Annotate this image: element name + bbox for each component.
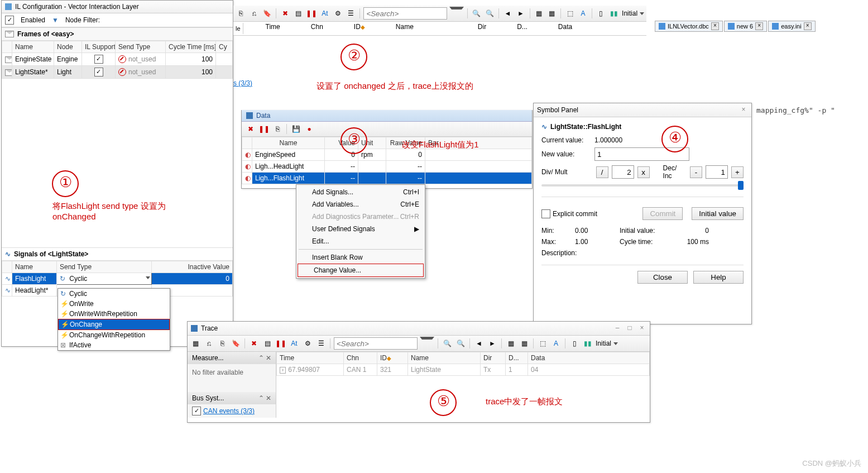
layout-icon[interactable]: ▯ [596,8,606,19]
canevents-checkbox[interactable] [192,407,201,415]
filter-icon[interactable]: ▤ [262,338,273,349]
file-tab[interactable]: new 6× [724,21,767,32]
col-d[interactable]: D... [517,23,527,34]
dropdown-icon[interactable] [640,12,644,15]
sendtype-option[interactable]: ⚡OnChangeWithRepetition [58,330,170,340]
col-sendtype[interactable]: Send Type [57,261,152,273]
tb-icon[interactable]: ☰ [315,338,327,349]
close-icon[interactable]: × [739,106,748,114]
table-row[interactable]: ◐Ligh...HeadLight---- [242,161,532,173]
find-prev-icon[interactable]: 🔍 [455,338,466,349]
delete-icon[interactable]: ✖ [248,338,260,349]
table-row[interactable]: ◐Ligh...FlashLight---- [242,173,532,184]
col-data[interactable]: Data [558,23,572,34]
mult-button[interactable]: x [637,166,650,178]
copy-icon[interactable]: ⎘ [272,123,283,135]
toggle-icon[interactable]: At [319,8,330,19]
tb-icon[interactable]: ☰ [346,8,356,19]
initial-label[interactable]: Initial [596,340,611,347]
toggle-icon[interactable]: At [289,338,300,349]
col-d[interactable]: D... [506,352,528,364]
tb-icon[interactable]: ⎌ [248,8,259,19]
events-link[interactable]: s (3/3) [233,79,252,87]
col-chn[interactable]: Chn [311,23,323,34]
enabled-checkbox[interactable] [5,16,14,25]
ctx-insert-blank[interactable]: Insert Blank Row [296,251,425,264]
pause-icon[interactable]: ❚❚ [258,123,270,135]
sendtype-option[interactable]: ⚡OnWriteWithRepetition [58,309,170,319]
bookmark-icon[interactable]: 🔖 [262,8,272,19]
tb-icon[interactable]: ▦ [190,338,201,349]
font-icon[interactable]: A [578,8,588,19]
col-time[interactable]: Time [266,23,280,34]
col-name[interactable]: Name [12,41,54,53]
tb-icon[interactable]: ⬚ [564,8,575,19]
tb-icon[interactable]: ⎘ [236,8,246,19]
decinc-input[interactable] [706,165,728,179]
table-row[interactable]: +67.949807 CAN 1 321 LightState Tx 1 04 [277,364,650,376]
col-name[interactable]: Name [252,137,325,149]
col-id[interactable]: ID [380,354,387,362]
tb-icon[interactable]: ⚙ [302,338,313,349]
slider[interactable] [541,184,744,187]
sendtype-option[interactable]: ⚡OnWrite [58,299,170,309]
font-icon[interactable]: A [550,338,562,349]
pause-icon[interactable]: ❚❚ [306,8,317,19]
tb-icon[interactable]: ► [515,8,526,19]
tb-icon[interactable]: ► [487,338,498,349]
close-icon[interactable]: × [755,22,763,30]
layout-icon[interactable]: ▯ [569,338,580,349]
bussys-header[interactable]: Bus Syst...⌃ ✕ [188,392,276,404]
close-button[interactable]: Close [637,271,688,284]
tb-icon[interactable]: ▦ [534,8,544,19]
help-button[interactable]: Help [693,271,744,284]
close-icon[interactable]: × [804,22,812,30]
inc-button[interactable]: + [731,166,744,178]
search-input[interactable] [334,337,418,350]
tb-icon[interactable]: ▦ [505,338,516,349]
table-row[interactable]: ∿ FlashLight ↻ Cyclic 0 [2,273,233,285]
close-icon[interactable]: × [711,22,719,30]
tb-icon[interactable]: ⎌ [203,338,214,349]
expand-icon[interactable]: + [280,367,286,374]
div-button[interactable]: / [596,166,608,178]
table-row[interactable]: EngineState Engine not_used 100 [2,53,233,66]
funnel-icon[interactable]: ▼ [52,16,59,24]
initialvalue-button[interactable]: Initial value [692,207,744,220]
dropdown-icon[interactable] [146,276,150,279]
col-name[interactable]: Name [396,23,414,34]
minimize-icon[interactable]: – [613,324,622,333]
layout-icon[interactable]: ▮▮ [609,8,620,19]
search-dropdown[interactable] [420,337,434,350]
col-name[interactable]: Name [408,352,481,364]
col-dir[interactable]: Dir [478,23,486,34]
find-icon[interactable]: 🔍 [442,338,453,349]
delete-icon[interactable]: ✖ [245,123,256,135]
find-icon[interactable]: 🔍 [471,8,482,19]
tb-icon[interactable]: ▦ [546,8,557,19]
context-menu[interactable]: Add Signals...Ctrl+I Add Variables...Ctr… [296,184,425,279]
search-input[interactable] [363,7,447,20]
col-cy2[interactable]: Cy [216,41,233,53]
col-node[interactable]: Node [54,41,82,53]
col-dir[interactable]: Dir [481,352,506,364]
ctx-change-value[interactable]: Change Value... [298,264,424,277]
measure-header[interactable]: Measure...⌃ ✕ [188,352,276,364]
col-sendtype[interactable]: Send Type [116,41,166,53]
explicit-checkbox[interactable] [541,209,550,218]
sendtype-dropdown[interactable]: ↻Cyclic ⚡OnWrite ⚡OnWriteWithRepetition … [57,288,170,351]
pause-icon[interactable]: ❚❚ [275,338,286,349]
tb-icon[interactable]: ⚙ [333,8,343,19]
sendtype-option[interactable]: ↻Cyclic [58,289,170,299]
table-row[interactable]: ◐EngineSpeed0rpm0 [242,149,532,161]
search-dropdown[interactable] [449,7,463,20]
col-il[interactable]: IL Support [82,41,116,53]
dec-button[interactable]: - [690,166,702,178]
sendtype-option[interactable]: ⊠IfActive [58,340,170,350]
col-chn[interactable]: Chn [344,352,377,364]
col-data[interactable]: Data [528,352,650,364]
table-row[interactable]: LightState* Light not_used 100 [2,66,233,79]
canevents-link[interactable]: CAN events (3/3) [203,407,255,415]
ctx-add-variables[interactable]: Add Variables...Ctrl+E [296,198,425,211]
dropdown-icon[interactable] [613,342,618,345]
